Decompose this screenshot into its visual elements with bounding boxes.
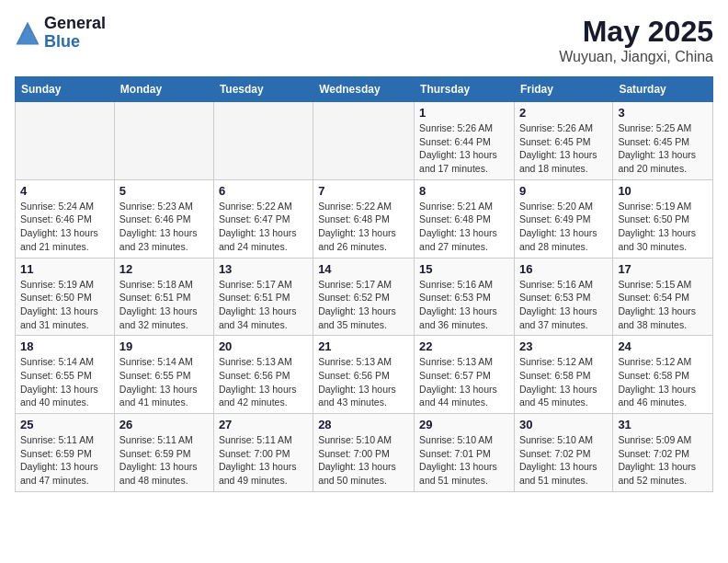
day-info-line: Daylight: 13 hours and 24 minutes. xyxy=(219,227,297,252)
day-info-line: Sunrise: 5:10 AM xyxy=(318,434,392,445)
day-info-line: Sunrise: 5:11 AM xyxy=(219,434,292,445)
calendar-cell: 20Sunrise: 5:13 AMSunset: 6:56 PMDayligh… xyxy=(213,336,313,414)
day-info-line: Sunset: 6:50 PM xyxy=(20,292,92,303)
weekday-header-thursday: Thursday xyxy=(415,77,515,102)
day-info-line: Daylight: 13 hours and 38 minutes. xyxy=(618,305,696,330)
day-info: Sunrise: 5:10 AMSunset: 7:01 PMDaylight:… xyxy=(419,433,509,488)
day-info-line: Daylight: 13 hours and 51 minutes. xyxy=(419,461,497,486)
day-info: Sunrise: 5:20 AMSunset: 6:49 PMDaylight:… xyxy=(519,200,608,254)
calendar-cell: 31Sunrise: 5:09 AMSunset: 7:02 PMDayligh… xyxy=(613,414,713,492)
day-number: 28 xyxy=(318,418,409,431)
day-info-line: Daylight: 13 hours and 45 minutes. xyxy=(519,384,597,408)
day-info-line: Sunrise: 5:22 AM xyxy=(219,201,292,212)
day-info-line: Sunrise: 5:13 AM xyxy=(318,356,392,367)
calendar-cell: 21Sunrise: 5:13 AMSunset: 6:56 PMDayligh… xyxy=(313,336,415,414)
day-info-line: Daylight: 13 hours and 20 minutes. xyxy=(618,149,696,174)
calendar-cell: 28Sunrise: 5:10 AMSunset: 7:00 PMDayligh… xyxy=(313,414,415,492)
day-info-line: Sunrise: 5:09 AM xyxy=(618,434,691,445)
day-info-line: Sunrise: 5:13 AM xyxy=(419,356,493,367)
day-info-line: Sunrise: 5:16 AM xyxy=(419,279,493,290)
day-info-line: Daylight: 13 hours and 30 minutes. xyxy=(618,227,696,252)
calendar-cell: 23Sunrise: 5:12 AMSunset: 6:58 PMDayligh… xyxy=(514,336,612,414)
day-number: 17 xyxy=(618,262,708,276)
calendar-cell: 6Sunrise: 5:22 AMSunset: 6:47 PMDaylight… xyxy=(213,179,313,258)
day-info: Sunrise: 5:12 AMSunset: 6:58 PMDaylight:… xyxy=(519,355,608,409)
day-info-line: Sunrise: 5:26 AM xyxy=(519,122,593,133)
day-info-line: Sunset: 6:46 PM xyxy=(119,213,191,224)
day-info-line: Sunrise: 5:10 AM xyxy=(419,434,493,445)
day-info: Sunrise: 5:11 AMSunset: 7:00 PMDaylight:… xyxy=(219,433,308,488)
day-info-line: Sunset: 6:59 PM xyxy=(20,448,92,459)
calendar-cell: 1Sunrise: 5:26 AMSunset: 6:44 PMDaylight… xyxy=(415,102,515,180)
day-info-line: Sunset: 6:52 PM xyxy=(318,292,390,303)
day-info-line: Sunset: 6:53 PM xyxy=(419,292,491,303)
day-info-line: Daylight: 13 hours and 48 minutes. xyxy=(119,461,198,486)
day-info-line: Sunrise: 5:16 AM xyxy=(519,279,593,290)
day-info: Sunrise: 5:10 AMSunset: 7:00 PMDaylight:… xyxy=(318,433,409,488)
day-info-line: Sunrise: 5:11 AM xyxy=(20,434,94,445)
day-number: 29 xyxy=(419,418,509,431)
day-info: Sunrise: 5:13 AMSunset: 6:57 PMDaylight:… xyxy=(419,355,509,409)
day-info-line: Sunrise: 5:10 AM xyxy=(519,434,593,445)
day-info: Sunrise: 5:14 AMSunset: 6:55 PMDaylight:… xyxy=(119,355,209,409)
day-info-line: Sunrise: 5:14 AM xyxy=(119,356,193,367)
logo-general: General xyxy=(44,15,106,33)
weekday-header-wednesday: Wednesday xyxy=(313,77,415,102)
day-number: 9 xyxy=(519,184,608,198)
day-info-line: Daylight: 13 hours and 26 minutes. xyxy=(318,227,396,252)
day-number: 13 xyxy=(219,262,308,276)
day-info-line: Sunset: 7:01 PM xyxy=(419,448,491,459)
day-info-line: Sunrise: 5:19 AM xyxy=(618,201,691,212)
day-info-line: Sunrise: 5:17 AM xyxy=(318,279,392,290)
calendar-cell xyxy=(16,102,115,180)
day-info-line: Sunrise: 5:18 AM xyxy=(119,279,193,290)
day-info: Sunrise: 5:16 AMSunset: 6:53 PMDaylight:… xyxy=(519,278,608,332)
calendar-cell: 9Sunrise: 5:20 AMSunset: 6:49 PMDaylight… xyxy=(514,179,612,258)
calendar-cell: 5Sunrise: 5:23 AMSunset: 6:46 PMDaylight… xyxy=(114,179,213,258)
calendar-cell xyxy=(114,102,213,180)
day-number: 31 xyxy=(618,418,708,431)
calendar-cell: 11Sunrise: 5:19 AMSunset: 6:50 PMDayligh… xyxy=(16,258,115,336)
day-info-line: Daylight: 13 hours and 23 minutes. xyxy=(119,227,198,252)
day-info-line: Daylight: 13 hours and 49 minutes. xyxy=(219,461,297,486)
calendar-cell: 4Sunrise: 5:24 AMSunset: 6:46 PMDaylight… xyxy=(16,179,115,258)
day-info-line: Sunrise: 5:22 AM xyxy=(318,201,392,212)
day-info: Sunrise: 5:25 AMSunset: 6:45 PMDaylight:… xyxy=(618,121,708,176)
day-info-line: Sunrise: 5:26 AM xyxy=(419,122,493,133)
day-number: 23 xyxy=(519,339,608,353)
day-info-line: Sunrise: 5:13 AM xyxy=(219,356,292,367)
day-info: Sunrise: 5:11 AMSunset: 6:59 PMDaylight:… xyxy=(20,433,109,488)
calendar-cell: 29Sunrise: 5:10 AMSunset: 7:01 PMDayligh… xyxy=(415,414,515,492)
calendar-cell: 14Sunrise: 5:17 AMSunset: 6:52 PMDayligh… xyxy=(313,258,415,336)
day-info-line: Sunset: 6:48 PM xyxy=(419,213,491,224)
weekday-header-tuesday: Tuesday xyxy=(213,77,313,102)
calendar-cell: 22Sunrise: 5:13 AMSunset: 6:57 PMDayligh… xyxy=(415,336,515,414)
day-info-line: Sunset: 6:58 PM xyxy=(519,370,591,381)
day-info-line: Daylight: 13 hours and 34 minutes. xyxy=(219,305,297,330)
day-info-line: Sunrise: 5:24 AM xyxy=(20,201,94,212)
day-info: Sunrise: 5:14 AMSunset: 6:55 PMDaylight:… xyxy=(20,355,109,409)
day-info-line: Sunset: 6:59 PM xyxy=(119,448,191,459)
calendar-cell: 12Sunrise: 5:18 AMSunset: 6:51 PMDayligh… xyxy=(114,258,213,336)
day-info: Sunrise: 5:15 AMSunset: 6:54 PMDaylight:… xyxy=(618,278,708,332)
day-info-line: Daylight: 13 hours and 51 minutes. xyxy=(519,461,597,486)
calendar-cell: 25Sunrise: 5:11 AMSunset: 6:59 PMDayligh… xyxy=(16,414,115,492)
day-info: Sunrise: 5:18 AMSunset: 6:51 PMDaylight:… xyxy=(119,278,209,332)
day-number: 27 xyxy=(219,418,308,431)
day-info-line: Sunset: 7:00 PM xyxy=(318,448,390,459)
logo: General Blue xyxy=(15,15,106,52)
day-info: Sunrise: 5:11 AMSunset: 6:59 PMDaylight:… xyxy=(119,433,209,488)
day-info: Sunrise: 5:26 AMSunset: 6:44 PMDaylight:… xyxy=(419,121,509,176)
day-info: Sunrise: 5:19 AMSunset: 6:50 PMDaylight:… xyxy=(20,278,109,332)
logo-text: General Blue xyxy=(44,15,106,52)
day-info-line: Sunrise: 5:15 AM xyxy=(618,279,691,290)
day-number: 7 xyxy=(318,184,409,198)
day-info: Sunrise: 5:13 AMSunset: 6:56 PMDaylight:… xyxy=(318,355,409,409)
weekday-header-friday: Friday xyxy=(514,77,612,102)
month-title: May 2025 xyxy=(559,15,713,49)
day-number: 30 xyxy=(519,418,608,431)
day-number: 18 xyxy=(20,339,109,353)
week-row-1: 1Sunrise: 5:26 AMSunset: 6:44 PMDaylight… xyxy=(16,102,713,180)
day-info-line: Daylight: 13 hours and 27 minutes. xyxy=(419,227,497,252)
day-info-line: Sunset: 6:46 PM xyxy=(20,213,92,224)
